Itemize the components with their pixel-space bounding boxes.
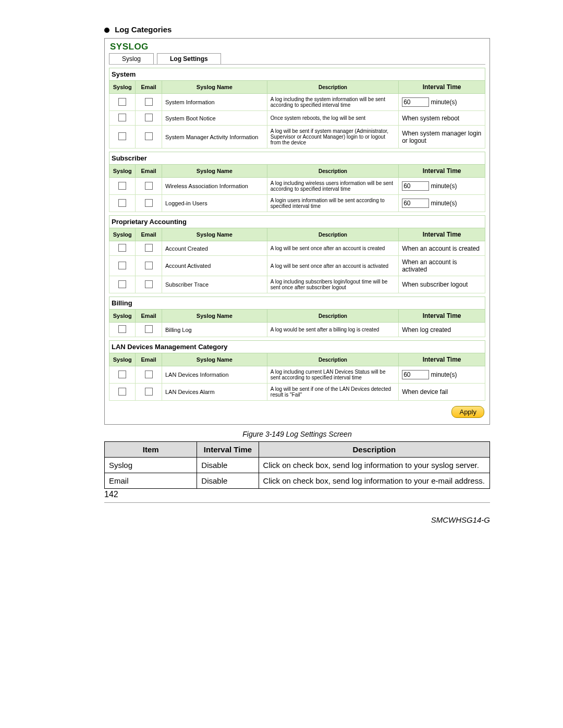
row-name: Account Created <box>162 241 267 256</box>
email-checkbox[interactable] <box>145 199 153 207</box>
minute-suffix: minute(s) <box>431 371 457 378</box>
row-interval: When device fail <box>399 384 485 401</box>
syslog-checkbox[interactable] <box>118 98 126 106</box>
tabs: Syslog Log Settings <box>109 53 485 64</box>
row-desc: A log will be sent once after an account… <box>267 256 398 276</box>
table-row: System Boot NoticeOnce system reboots, t… <box>109 111 485 126</box>
th-name: Syslog Name <box>162 228 267 241</box>
table-row: LAN Devices AlarmA log will be sent if o… <box>109 384 485 401</box>
figure-caption: Figure 3-149 Log Settings Screen <box>104 430 490 438</box>
th-email: Email <box>136 228 162 241</box>
email-checkbox[interactable] <box>145 388 153 396</box>
email-checkbox[interactable] <box>145 182 153 190</box>
syslog-checkbox[interactable] <box>118 182 126 190</box>
syslog-checkbox[interactable] <box>118 262 126 269</box>
row-desc: A log would be sent after a billing log … <box>267 323 398 337</box>
row-name: Wireless Association Information <box>162 178 267 195</box>
tab-syslog[interactable]: Syslog <box>109 53 154 64</box>
email-checkbox[interactable] <box>145 280 153 288</box>
table-row: Account CreatedA log will be sent once a… <box>109 241 485 256</box>
desc-th-item: Item <box>105 442 197 458</box>
row-name: System Information <box>162 94 267 111</box>
syslog-checkbox[interactable] <box>118 132 126 140</box>
interval-text: When an account is activated <box>402 258 457 273</box>
th-desc: Description <box>267 165 398 178</box>
email-checkbox[interactable] <box>145 262 153 269</box>
interval-text: When device fail <box>402 388 448 396</box>
minute-suffix: minute(s) <box>431 182 457 190</box>
th-interval: Interval Time <box>399 353 485 366</box>
syslog-checkbox[interactable] <box>118 280 126 288</box>
email-checkbox[interactable] <box>145 325 153 333</box>
row-desc: A log including subscribers login/logout… <box>267 276 398 293</box>
email-checkbox[interactable] <box>145 132 153 140</box>
th-syslog: Syslog <box>109 165 136 178</box>
section-heading: Log Categories <box>104 25 490 34</box>
syslog-checkbox[interactable] <box>118 114 126 121</box>
row-name: LAN Devices Alarm <box>162 384 267 401</box>
interval-input[interactable] <box>402 199 429 208</box>
th-syslog: Syslog <box>109 353 136 366</box>
email-checkbox[interactable] <box>145 114 153 121</box>
interval-input[interactable] <box>402 370 429 379</box>
row-name: Billing Log <box>162 323 267 337</box>
page-number: 142 <box>104 490 490 499</box>
th-desc: Description <box>267 228 398 241</box>
interval-text: When subscriber logout <box>402 281 468 288</box>
row-name: Subscriber Trace <box>162 276 267 293</box>
th-email: Email <box>136 310 162 323</box>
syslog-checkbox[interactable] <box>118 325 126 333</box>
model-label: SMCWHSG14-G <box>104 515 490 524</box>
row-name: Logged-in Users <box>162 195 267 212</box>
interval-text: When system manager login or logout <box>402 130 481 144</box>
section-accounting-header: Proprietary Accounting <box>109 215 485 228</box>
description-table: Item Interval Time Description SyslogDis… <box>104 441 490 489</box>
row-interval: minute(s) <box>399 195 485 212</box>
table-row: Wireless Association InformationA log in… <box>109 178 485 195</box>
table-row: System InformationA log including the sy… <box>109 94 485 111</box>
table-row: LAN Devices InformationA log including c… <box>109 366 485 384</box>
desc-th-desc: Description <box>259 442 489 458</box>
desc-interval: Disable <box>197 458 259 473</box>
syslog-checkbox[interactable] <box>118 371 126 378</box>
th-email: Email <box>136 165 162 178</box>
minute-suffix: minute(s) <box>431 200 457 207</box>
row-interval: When log created <box>399 323 485 337</box>
email-checkbox[interactable] <box>145 371 153 378</box>
th-syslog: Syslog <box>109 228 136 241</box>
row-interval: When an account is created <box>399 241 485 256</box>
apply-button[interactable]: Apply <box>451 406 484 418</box>
section-accounting-table: SyslogEmailSyslog NameDescriptionInterva… <box>109 228 485 293</box>
interval-text: When system reboot <box>402 115 459 122</box>
table-row: Subscriber TraceA log including subscrib… <box>109 276 485 293</box>
row-interval: When an account is activated <box>399 256 485 276</box>
email-checkbox[interactable] <box>145 244 153 252</box>
syslog-panel: SYSLOG Syslog Log Settings SystemSyslogE… <box>104 38 490 425</box>
th-desc: Description <box>267 353 398 366</box>
th-syslog: Syslog <box>109 310 136 323</box>
row-interval: minute(s) <box>399 366 485 384</box>
syslog-checkbox[interactable] <box>118 199 126 207</box>
row-interval: When system reboot <box>399 111 485 126</box>
th-desc: Description <box>267 81 398 94</box>
row-desc: A log will be sent if one of the LAN Dev… <box>267 384 398 401</box>
desc-text: Click on check box, send log information… <box>259 473 489 489</box>
interval-input[interactable] <box>402 97 429 107</box>
email-checkbox[interactable] <box>145 98 153 106</box>
syslog-checkbox[interactable] <box>118 388 126 396</box>
syslog-checkbox[interactable] <box>118 244 126 252</box>
row-desc: A log including wireless users informati… <box>267 178 398 195</box>
interval-input[interactable] <box>402 181 429 191</box>
section-lan-header: LAN Devices Management Category <box>109 340 485 353</box>
th-interval: Interval Time <box>399 81 485 94</box>
th-name: Syslog Name <box>162 165 267 178</box>
interval-text: When log created <box>402 326 451 334</box>
desc-item: Syslog <box>105 458 197 473</box>
section-subscriber-table: SyslogEmailSyslog NameDescriptionInterva… <box>109 164 485 212</box>
tab-log-settings[interactable]: Log Settings <box>157 53 221 64</box>
bullet-icon <box>104 28 109 33</box>
section-billing-header: Billing <box>109 297 485 309</box>
row-desc: A log including the system information w… <box>267 94 398 111</box>
section-heading-text: Log Categories <box>115 25 172 34</box>
row-interval: When subscriber logout <box>399 276 485 293</box>
